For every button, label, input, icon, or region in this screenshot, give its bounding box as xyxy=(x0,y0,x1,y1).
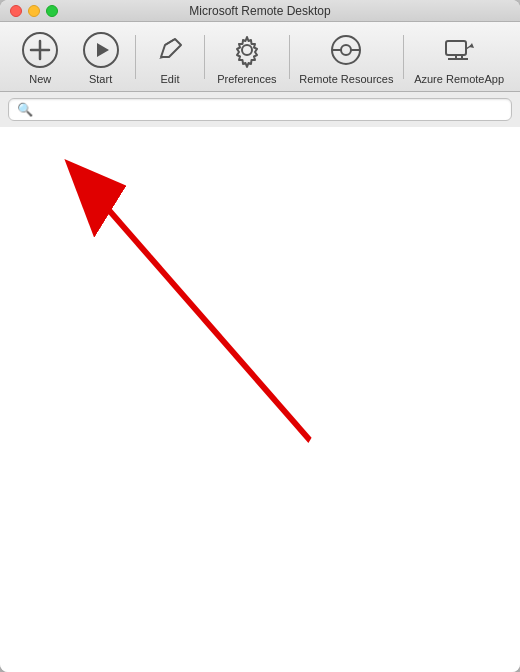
start-label: Start xyxy=(89,73,112,85)
minimize-button[interactable] xyxy=(28,5,40,17)
maximize-button[interactable] xyxy=(46,5,58,17)
toolbar-item-azure-remoteapp[interactable]: Azure RemoteApp xyxy=(408,25,510,89)
toolbar-item-start[interactable]: Start xyxy=(70,25,130,89)
main-content xyxy=(0,127,520,672)
preferences-label: Preferences xyxy=(217,73,276,85)
separator-3 xyxy=(289,35,290,79)
svg-marker-4 xyxy=(97,43,109,57)
traffic-lights xyxy=(10,5,58,17)
remote-resources-label: Remote Resources xyxy=(299,73,393,85)
svg-point-9 xyxy=(341,45,351,55)
arrow-circle-icon xyxy=(80,29,122,71)
toolbar-item-preferences[interactable]: Preferences xyxy=(209,25,284,89)
separator-4 xyxy=(403,35,404,79)
close-button[interactable] xyxy=(10,5,22,17)
search-input-wrap: 🔍 xyxy=(8,98,512,121)
toolbar-item-new[interactable]: New xyxy=(10,25,70,89)
edit-label: Edit xyxy=(160,73,179,85)
window: Microsoft Remote Desktop New Star xyxy=(0,0,520,672)
new-label: New xyxy=(29,73,51,85)
search-bar: 🔍 xyxy=(0,92,520,127)
search-icon: 🔍 xyxy=(17,102,33,117)
toolbar-item-edit[interactable]: Edit xyxy=(140,25,200,89)
remote-resources-icon xyxy=(325,29,367,71)
azure-remoteapp-label: Azure RemoteApp xyxy=(414,73,504,85)
toolbar-item-remote-resources[interactable]: Remote Resources xyxy=(294,25,400,89)
svg-point-7 xyxy=(242,45,252,55)
plus-circle-icon xyxy=(19,29,61,71)
svg-line-5 xyxy=(165,39,175,45)
svg-line-19 xyxy=(72,168,310,441)
pencil-icon xyxy=(149,29,191,71)
title-bar: Microsoft Remote Desktop xyxy=(0,0,520,22)
separator-1 xyxy=(135,35,136,79)
annotation-arrow xyxy=(0,127,520,672)
gear-icon xyxy=(226,29,268,71)
window-title: Microsoft Remote Desktop xyxy=(189,4,330,18)
search-input[interactable] xyxy=(37,102,503,117)
svg-rect-12 xyxy=(446,41,466,55)
separator-2 xyxy=(204,35,205,79)
toolbar: New Start Edit xyxy=(0,22,520,92)
azure-icon xyxy=(438,29,480,71)
